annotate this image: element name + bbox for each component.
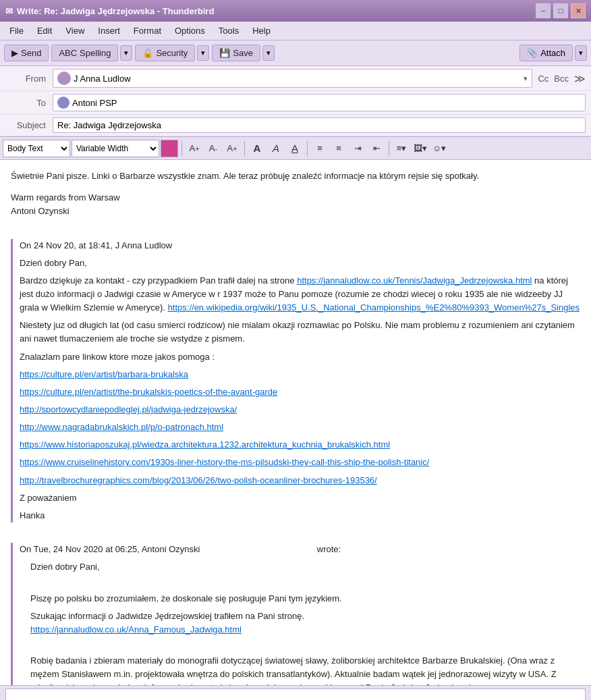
quote2-p1: Piszę po polsku bo zrozumiałem, że dosko… bbox=[30, 592, 580, 605]
font-select[interactable]: Variable Width bbox=[72, 140, 159, 157]
quote1-p2: Bardzo dziękuje za kontakt - czy przypad… bbox=[20, 274, 580, 315]
menu-insert[interactable]: Insert bbox=[91, 24, 127, 38]
save-icon: 💾 bbox=[219, 48, 230, 58]
window-title: Write: Re: Jadwiga Jędrzejowska - Thunde… bbox=[17, 6, 214, 16]
increase-font-button[interactable]: A+ bbox=[186, 140, 203, 157]
titlebar-left: ✉ Write: Re: Jadwiga Jędrzejowska - Thun… bbox=[5, 6, 214, 16]
from-dropdown-icon[interactable]: ▾ bbox=[524, 74, 528, 83]
main-area: Świetnie Pani pisze. Linki o Barbarze ws… bbox=[0, 160, 591, 685]
cc-label[interactable]: Cc bbox=[538, 74, 548, 84]
spelling-label: Spelling bbox=[80, 48, 111, 58]
quote2-p3: Robię badania i zbieram materiały do mon… bbox=[30, 654, 580, 685]
attach-label: Attach bbox=[540, 48, 565, 58]
quote1-link1[interactable]: https://jannaludlow.co.uk/Tennis/Jadwiga… bbox=[297, 275, 532, 286]
to-field[interactable]: Antoni PSP bbox=[53, 94, 586, 111]
decrease-font-button[interactable]: A- bbox=[204, 140, 222, 157]
link5[interactable]: https://www.historiaposzukaj.pl/wiedza,a… bbox=[20, 439, 390, 450]
quote-block-2: On Tue, 24 Nov 2020 at 06:25, Antoni Ozy… bbox=[11, 543, 580, 685]
link2[interactable]: https://culture.pl/en/artist/the-brukals… bbox=[20, 387, 277, 397]
close-button[interactable]: ✕ bbox=[571, 3, 586, 18]
link1[interactable]: https://culture.pl/en/artist/barbara-bru… bbox=[20, 369, 188, 379]
link3[interactable]: http://sportowcydlaniepodleglej.pl/jadwi… bbox=[20, 404, 237, 414]
font-size-button[interactable]: A+ bbox=[223, 140, 241, 157]
app-icon: ✉ bbox=[5, 6, 13, 16]
save-button[interactable]: 💾 Save bbox=[212, 45, 260, 61]
outdent-button[interactable]: ⇤ bbox=[368, 140, 385, 157]
divider1 bbox=[181, 141, 182, 156]
expand-icon[interactable]: ≫ bbox=[574, 72, 586, 85]
from-value: J Anna Ludlow bbox=[74, 74, 521, 84]
minimize-button[interactable]: − bbox=[536, 3, 551, 18]
from-label: From bbox=[5, 74, 53, 84]
divider2 bbox=[244, 141, 245, 156]
send-button[interactable]: ▶ Send bbox=[4, 45, 49, 61]
attach-button[interactable]: 📎 Attach bbox=[519, 45, 573, 61]
menu-options[interactable]: Options bbox=[168, 24, 212, 38]
send-label: Send bbox=[21, 48, 41, 58]
subject-label: Subject bbox=[5, 120, 53, 130]
bcc-label[interactable]: Bcc bbox=[554, 74, 569, 84]
quote2-greeting: Dzień dobry Pani, bbox=[30, 560, 580, 574]
to-value: Antoni PSP bbox=[72, 98, 117, 108]
quote1-link2[interactable]: https://en.wikipedia.org/wiki/1935_U.S._… bbox=[168, 302, 580, 313]
quote1-p1: Dzień dobry Pan, bbox=[20, 257, 580, 270]
quote2-header: On Tue, 24 Nov 2020 at 06:25, Antoni Ozy… bbox=[20, 543, 580, 556]
email-body[interactable]: Świetnie Pani pisze. Linki o Barbarze ws… bbox=[0, 160, 591, 685]
divider4 bbox=[389, 141, 389, 156]
lock-icon: 🔒 bbox=[142, 48, 153, 58]
color-picker[interactable] bbox=[161, 140, 178, 157]
statusbar-input[interactable] bbox=[5, 689, 586, 701]
style-select[interactable]: Body Text bbox=[3, 140, 70, 157]
attach-icon: 📎 bbox=[527, 48, 538, 58]
menu-tools[interactable]: Tools bbox=[212, 24, 246, 38]
menu-help[interactable]: Help bbox=[246, 24, 277, 38]
divider3 bbox=[307, 141, 308, 156]
security-label: Security bbox=[156, 48, 188, 58]
menu-view[interactable]: View bbox=[59, 24, 91, 38]
menu-edit[interactable]: Edit bbox=[30, 24, 59, 38]
window-controls: − □ ✕ bbox=[536, 3, 586, 18]
emoji-button[interactable]: ☺▾ bbox=[430, 140, 448, 157]
quote2-link[interactable]: https://jannaludlow.co.uk/Anna_Famous_Ja… bbox=[30, 624, 242, 635]
bold-button[interactable]: A bbox=[248, 140, 266, 157]
save-arrow[interactable]: ▾ bbox=[262, 45, 275, 61]
toolbar: ▶ Send ABC Spelling ▾ 🔒 Security ▾ 💾 Sav… bbox=[0, 41, 591, 66]
spelling-arrow[interactable]: ▾ bbox=[120, 45, 132, 61]
quote-block-1: On 24 Nov 20, at 18:41, J Anna Ludlow Dz… bbox=[11, 239, 580, 522]
cc-bcc-area: Cc Bcc ≫ bbox=[538, 72, 586, 85]
warm-regards: Warm regards from Warsaw Antoni Ozynski bbox=[11, 191, 580, 218]
italic-button[interactable]: A bbox=[267, 140, 285, 157]
menu-format[interactable]: Format bbox=[127, 24, 168, 38]
spelling-button[interactable]: ABC Spelling bbox=[51, 45, 118, 61]
save-label: Save bbox=[233, 48, 253, 58]
align-button[interactable]: ≡▾ bbox=[393, 140, 410, 157]
indent-button[interactable]: ⇥ bbox=[349, 140, 366, 157]
from-field[interactable]: J Anna Ludlow ▾ bbox=[53, 69, 532, 88]
link4[interactable]: http://www.nagradabrukalskich.pl/p/o-pat… bbox=[20, 422, 223, 432]
underline-button[interactable]: A bbox=[286, 140, 304, 157]
from-avatar bbox=[57, 72, 71, 85]
security-button[interactable]: 🔒 Security bbox=[135, 45, 195, 61]
body-paragraph1: Świetnie Pani pisze. Linki o Barbarze ws… bbox=[11, 169, 580, 183]
from-row: From J Anna Ludlow ▾ Cc Bcc ≫ bbox=[0, 66, 591, 91]
quote1-name: Hanka bbox=[20, 509, 580, 522]
spelling-icon: ABC bbox=[59, 48, 77, 58]
quote1-closing: Z poważaniem bbox=[20, 491, 580, 505]
attach-arrow[interactable]: ▾ bbox=[575, 45, 587, 61]
subject-row: Subject bbox=[0, 115, 591, 136]
link6[interactable]: https://www.cruiselinehistory.com/1930s-… bbox=[20, 457, 429, 467]
link7[interactable]: http://travelbrochuregraphics.com/blog/2… bbox=[20, 475, 377, 485]
subject-field[interactable] bbox=[53, 117, 586, 133]
ordered-list-button[interactable]: ≡ bbox=[330, 140, 347, 157]
security-arrow[interactable]: ▾ bbox=[197, 45, 209, 61]
menu-file[interactable]: File bbox=[3, 24, 30, 38]
quote2-p2: Szukając informacji o Jadwidze Jędrzejow… bbox=[30, 610, 580, 637]
send-icon: ▶ bbox=[11, 48, 18, 58]
quote1-header: On 24 Nov 20, at 18:41, J Anna Ludlow bbox=[20, 239, 580, 252]
insert-image-button[interactable]: 🖼▾ bbox=[412, 140, 429, 157]
quote1-p4: Znalazlam pare linkow ktore moze jakos p… bbox=[20, 350, 580, 364]
header-area: From J Anna Ludlow ▾ Cc Bcc ≫ To Antoni … bbox=[0, 66, 591, 137]
restore-button[interactable]: □ bbox=[553, 3, 568, 18]
menubar: File Edit View Insert Format Options Too… bbox=[0, 22, 591, 41]
unordered-list-button[interactable]: ≡ bbox=[311, 140, 329, 157]
